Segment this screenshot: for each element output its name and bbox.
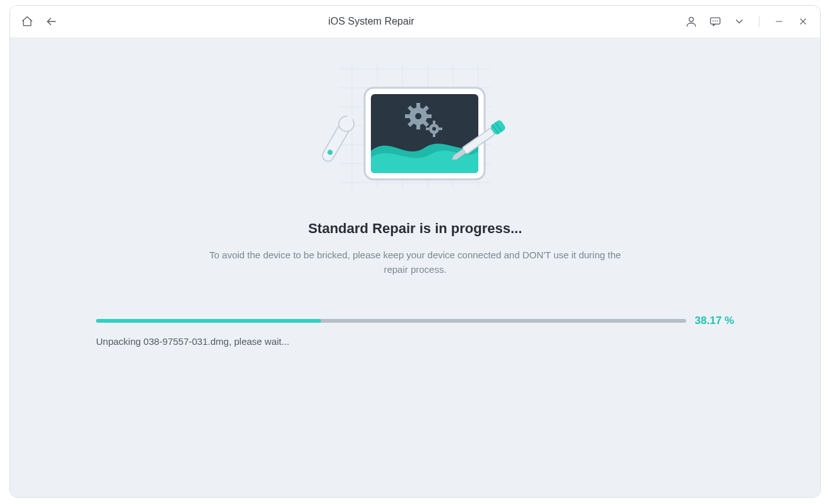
progress-fill (96, 319, 321, 323)
close-icon[interactable] (796, 15, 810, 28)
svg-rect-27 (416, 103, 420, 108)
titlebar-separator (759, 16, 759, 27)
progress-percent-label: 38.17 % (695, 315, 734, 327)
titlebar: iOS System Repair (10, 6, 820, 37)
user-icon[interactable] (684, 15, 698, 28)
progress-subheading: To avoid the device to be bricked, pleas… (207, 248, 624, 277)
progress-bar-wrap: 38.17 % (96, 315, 734, 327)
chevron-down-icon[interactable] (732, 15, 746, 28)
window-title: iOS System Repair (58, 16, 684, 27)
minimize-icon[interactable] (772, 15, 786, 28)
back-icon[interactable] (44, 15, 58, 28)
svg-rect-37 (433, 121, 435, 124)
feedback-icon[interactable] (708, 15, 722, 28)
progress-heading: Standard Repair is in progress... (308, 220, 523, 237)
svg-point-5 (717, 20, 718, 21)
repair-illustration (320, 56, 510, 201)
progress-bar (96, 319, 686, 323)
svg-rect-28 (416, 124, 420, 129)
svg-rect-30 (427, 114, 432, 118)
svg-point-1 (689, 17, 694, 21)
svg-rect-39 (426, 128, 429, 130)
home-icon[interactable] (20, 15, 34, 28)
app-window: iOS System Repair (9, 5, 821, 498)
svg-point-3 (713, 20, 714, 21)
titlebar-right (684, 15, 810, 28)
svg-point-26 (415, 113, 421, 119)
progress-status-text: Unpacking 038-97557-031.dmg, please wait… (96, 336, 734, 347)
svg-point-4 (715, 20, 716, 21)
main-content: Standard Repair is in progress... To avo… (10, 37, 820, 497)
svg-rect-40 (439, 128, 442, 130)
svg-point-36 (432, 127, 436, 131)
svg-rect-29 (405, 114, 410, 118)
titlebar-left (20, 15, 58, 28)
gear-large-icon (405, 103, 432, 129)
svg-rect-38 (433, 134, 435, 137)
